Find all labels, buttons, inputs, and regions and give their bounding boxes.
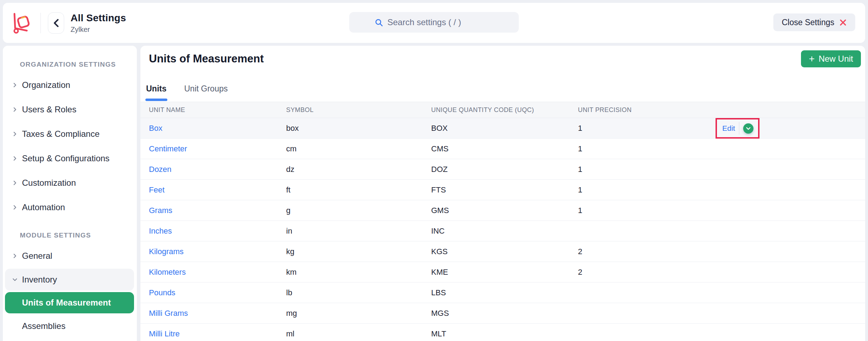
sidebar-item-assemblies[interactable]: Assemblies — [3, 315, 137, 337]
unit-precision: 1 — [578, 144, 725, 153]
search-input[interactable] — [388, 17, 494, 27]
sidebar-item-label: Setup & Configurations — [22, 153, 110, 163]
new-unit-button[interactable]: + New Unit — [801, 50, 861, 67]
back-button[interactable] — [48, 12, 64, 34]
top-bar: All Settings Zylker Close Settings — [3, 3, 865, 43]
unit-name-link[interactable]: Dozen — [149, 165, 172, 174]
tab-bar: Units Unit Groups — [146, 84, 865, 99]
close-settings-label: Close Settings — [782, 18, 834, 27]
sidebar-item-general[interactable]: General — [3, 244, 137, 268]
sidebar-item-label: Units of Measurement — [22, 298, 111, 308]
plus-icon: + — [809, 54, 814, 64]
chevron-right-icon — [12, 205, 20, 210]
sidebar-section: ORGANIZATION SETTINGS Organization Users… — [3, 49, 137, 219]
unit-name-link[interactable]: Kilograms — [149, 247, 184, 256]
tab-units[interactable]: Units — [146, 84, 167, 99]
sidebar-item-label: Taxes & Compliance — [22, 129, 100, 139]
unit-uqc: CMS — [431, 144, 578, 153]
unit-symbol: box — [286, 124, 431, 133]
sidebar-item-label: Organization — [22, 80, 70, 90]
unit-name-link[interactable]: Feet — [149, 185, 165, 194]
sidebar-section: MODULE SETTINGS General Inventory Units … — [3, 219, 137, 337]
unit-uqc: BOX — [431, 124, 578, 133]
title-block: All Settings Zylker — [71, 12, 126, 34]
unit-symbol: ft — [286, 185, 431, 195]
close-settings-button[interactable]: Close Settings — [773, 13, 855, 31]
sidebar-item-users-roles[interactable]: Users & Roles — [3, 97, 137, 122]
sidebar-item-units-of-measurement[interactable]: Units of Measurement — [5, 292, 134, 313]
unit-name-link[interactable]: Centimeter — [149, 144, 187, 153]
chevron-right-icon — [12, 180, 20, 186]
table-row-inches: Inches in INC — [140, 221, 865, 241]
unit-name-link[interactable]: Milli Grams — [149, 309, 188, 318]
unit-precision: 1 — [578, 165, 725, 174]
unit-name-link[interactable]: Milli Litre — [149, 329, 180, 338]
column-unit-name: UNIT NAME — [149, 106, 286, 114]
table-row-grams: Grams g GMS 1 — [140, 200, 865, 221]
chevron-down-icon — [746, 126, 751, 131]
table-row-milli-grams: Milli Grams mg MGS — [140, 303, 865, 324]
column-symbol: SYMBOL — [286, 106, 431, 114]
table-row-box: Box box BOX 1 Edit — [140, 118, 865, 139]
unit-name-link[interactable]: Pounds — [149, 288, 176, 297]
unit-symbol: lb — [286, 288, 431, 297]
unit-precision: 1 — [578, 124, 725, 133]
unit-symbol: kg — [286, 247, 431, 256]
sidebar-item-label: General — [22, 251, 52, 261]
sidebar-item-organization[interactable]: Organization — [3, 73, 137, 97]
unit-name-link[interactable]: Grams — [149, 206, 172, 215]
app-logo[interactable] — [12, 12, 33, 34]
unit-uqc: MGS — [431, 309, 578, 318]
new-unit-label: New Unit — [819, 54, 853, 64]
chevron-right-icon — [12, 82, 20, 88]
unit-symbol: dz — [286, 165, 431, 174]
edit-link[interactable]: Edit — [722, 124, 735, 133]
chevron-right-icon — [12, 156, 20, 161]
table-row-centimeter: Centimeter cm CMS 1 — [140, 139, 865, 159]
unit-precision: 1 — [578, 206, 725, 215]
sidebar-item-automation[interactable]: Automation — [3, 195, 137, 219]
unit-precision: 1 — [578, 185, 725, 195]
page-title: All Settings — [71, 12, 126, 24]
sidebar-section-heading: MODULE SETTINGS — [3, 219, 137, 244]
search-bar[interactable] — [349, 12, 519, 33]
unit-uqc: FTS — [431, 185, 578, 195]
edit-dropdown-button[interactable] — [743, 123, 753, 134]
sidebar-section-heading: ORGANIZATION SETTINGS — [3, 49, 137, 73]
column-unit-precision: UNIT PRECISION — [578, 106, 725, 114]
column-uqc: UNIQUE QUANTITY CODE (UQC) — [431, 106, 578, 114]
table-row-dozen: Dozen dz DOZ 1 — [140, 159, 865, 180]
table-row-kilometers: Kilometers km KME 2 — [140, 262, 865, 283]
chevron-down-icon — [12, 277, 20, 283]
tab-unit-groups[interactable]: Unit Groups — [184, 84, 228, 99]
units-table-body: Box box BOX 1 Edit Centimeter cm CMS 1 D… — [140, 118, 865, 341]
chevron-right-icon — [12, 131, 20, 137]
search-icon — [374, 18, 383, 27]
sidebar-item-label: Assemblies — [22, 321, 66, 331]
table-header: UNIT NAME SYMBOL UNIQUE QUANTITY CODE (U… — [140, 102, 865, 118]
unit-uqc: MLT — [431, 329, 578, 339]
main-panel: Units of Measurement + New Unit Units Un… — [140, 46, 865, 341]
sidebar-item-setup-configurations[interactable]: Setup & Configurations — [3, 146, 137, 170]
sidebar-item-label: Automation — [22, 202, 65, 212]
unit-name-link[interactable]: Inches — [149, 227, 172, 235]
settings-sidebar: ORGANIZATION SETTINGS Organization Users… — [3, 46, 137, 341]
sidebar-item-taxes-compliance[interactable]: Taxes & Compliance — [3, 122, 137, 146]
sidebar-item-label: Customization — [22, 178, 76, 188]
table-row-pounds: Pounds lb LBS — [140, 283, 865, 303]
table-row-feet: Feet ft FTS 1 — [140, 180, 865, 200]
org-name: Zylker — [71, 26, 126, 34]
unit-uqc: KME — [431, 268, 578, 277]
unit-symbol: g — [286, 206, 431, 215]
chevron-right-icon — [12, 323, 20, 329]
chevron-right-icon — [12, 107, 20, 112]
unit-uqc: KGS — [431, 247, 578, 256]
unit-name-link[interactable]: Kilometers — [149, 268, 186, 276]
sidebar-item-inventory[interactable]: Inventory — [5, 269, 134, 291]
sidebar-item-customization[interactable]: Customization — [3, 170, 137, 195]
sidebar-sections: ORGANIZATION SETTINGS Organization Users… — [3, 49, 137, 337]
content-title: Units of Measurement — [149, 52, 264, 65]
unit-name-link[interactable]: Box — [149, 124, 162, 133]
unit-uqc: INC — [431, 227, 578, 236]
edit-divider — [739, 122, 739, 135]
